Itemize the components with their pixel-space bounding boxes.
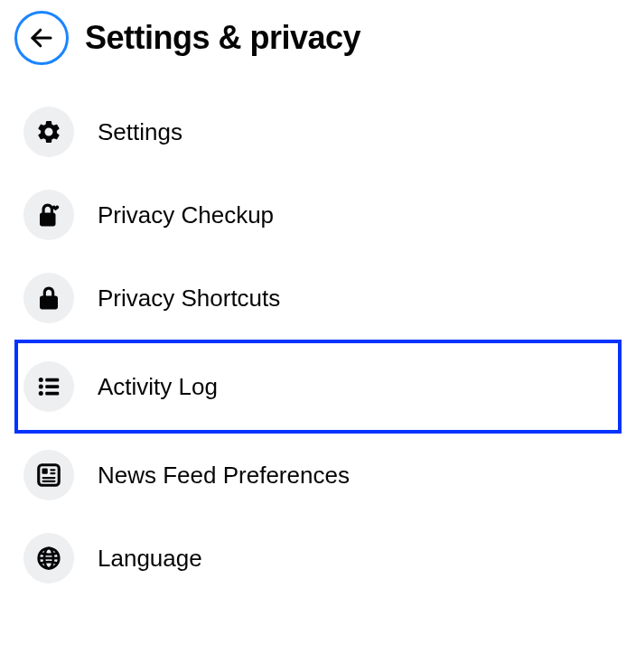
back-arrow-icon	[28, 24, 55, 51]
gear-icon	[35, 118, 62, 145]
menu-label: Activity Log	[98, 373, 218, 401]
menu-item-activity-log[interactable]: Activity Log	[14, 340, 622, 434]
menu-label: Settings	[98, 118, 182, 146]
lock-heart-icon	[35, 201, 62, 229]
menu-label: Privacy Shortcuts	[98, 285, 280, 313]
globe-icon	[35, 545, 62, 572]
svg-point-1	[39, 378, 43, 382]
menu-item-privacy-shortcuts[interactable]: Privacy Shortcuts	[14, 257, 622, 340]
svg-rect-12	[42, 481, 56, 482]
menu-item-news-feed-preferences[interactable]: News Feed Preferences	[14, 434, 622, 517]
svg-rect-9	[50, 469, 55, 471]
svg-rect-4	[45, 378, 59, 382]
menu-item-language[interactable]: Language	[14, 517, 622, 600]
svg-rect-10	[50, 472, 55, 474]
svg-point-3	[39, 391, 43, 396]
menu-item-settings[interactable]: Settings	[14, 90, 622, 173]
svg-rect-11	[42, 477, 56, 479]
header: Settings & privacy	[14, 11, 622, 65]
icon-container	[23, 190, 74, 240]
svg-rect-6	[45, 392, 59, 396]
page-title: Settings & privacy	[85, 19, 360, 57]
icon-container	[23, 361, 74, 412]
svg-point-2	[39, 385, 43, 389]
menu-label: News Feed Preferences	[98, 462, 350, 490]
icon-container	[23, 533, 74, 583]
svg-rect-5	[45, 385, 59, 388]
news-feed-icon	[35, 462, 62, 489]
menu-item-privacy-checkup[interactable]: Privacy Checkup	[14, 173, 622, 257]
svg-rect-8	[42, 469, 48, 474]
icon-container	[23, 450, 74, 500]
list-icon	[35, 373, 62, 400]
back-button[interactable]	[14, 11, 69, 65]
menu-label: Language	[98, 545, 202, 573]
lock-icon	[35, 285, 62, 312]
icon-container	[23, 273, 74, 323]
menu-list: Settings Privacy Checkup Privacy Shortcu…	[14, 90, 622, 600]
menu-label: Privacy Checkup	[98, 201, 274, 229]
icon-container	[23, 107, 74, 157]
